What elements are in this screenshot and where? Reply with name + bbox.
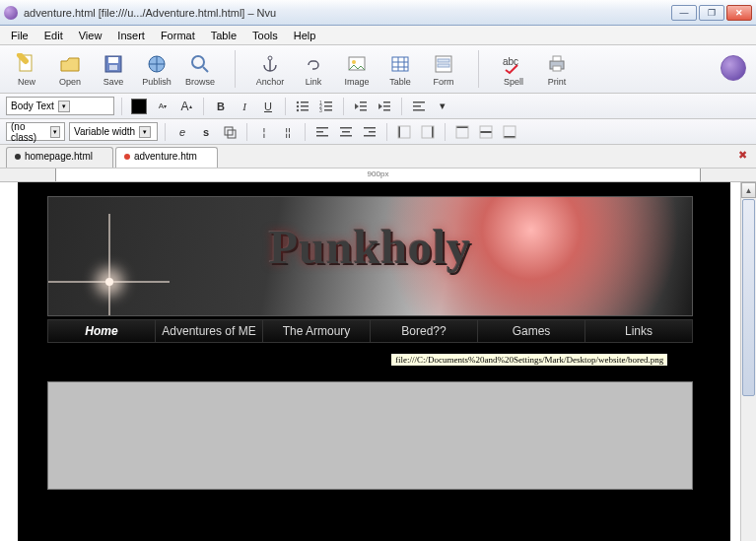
border-middle-button[interactable] xyxy=(476,122,496,142)
editor-canvas[interactable]: Punkholy Home Adventures of ME The Armou… xyxy=(0,182,756,541)
svg-rect-33 xyxy=(383,105,390,107)
number-list-button[interactable]: 123 xyxy=(316,97,336,116)
open-button[interactable]: Open xyxy=(49,52,91,87)
svg-rect-42 xyxy=(316,135,328,137)
svg-rect-44 xyxy=(342,131,350,133)
nav-games[interactable]: Games xyxy=(478,320,585,342)
new-icon xyxy=(15,52,38,76)
menu-tools[interactable]: Tools xyxy=(245,28,285,43)
nav-links[interactable]: Links xyxy=(585,320,692,342)
save-button[interactable]: Save xyxy=(93,52,134,87)
align-left-button[interactable] xyxy=(409,97,429,116)
link-button[interactable]: Link xyxy=(293,52,334,87)
menubar: File Edit View Insert Format Table Tools… xyxy=(0,26,756,45)
browse-icon xyxy=(188,52,212,76)
close-button[interactable]: ✕ xyxy=(726,5,752,21)
format-toolbar-1: Body Text▾ A▾ A▴ B I U 123 ▾ xyxy=(0,94,756,119)
vertical-scrollbar[interactable]: ▲ ▼ xyxy=(740,182,756,541)
border-right-button[interactable] xyxy=(418,122,438,142)
nav-home[interactable]: Home xyxy=(48,320,156,342)
spell-button[interactable]: abcSpell xyxy=(493,52,534,87)
print-button[interactable]: Print xyxy=(536,52,578,87)
anchor-button[interactable]: Anchor xyxy=(249,52,291,87)
doctab-adventure[interactable]: adventure.htm xyxy=(115,147,218,168)
menu-view[interactable]: View xyxy=(72,28,109,43)
page-body[interactable]: Punkholy Home Adventures of ME The Armou… xyxy=(18,182,730,541)
nav-adventures[interactable]: Adventures of ME xyxy=(156,320,263,342)
layer-button[interactable] xyxy=(220,122,240,142)
class-combo[interactable]: (no class)▾ xyxy=(6,122,65,141)
nav-bored[interactable]: Bored?? xyxy=(371,320,478,342)
doctab-homepage[interactable]: homepage.html xyxy=(6,147,113,168)
publish-button[interactable]: Publish xyxy=(136,52,177,87)
menu-insert[interactable]: Insert xyxy=(110,28,152,43)
menu-table[interactable]: Table xyxy=(204,28,243,43)
starburst-icon xyxy=(105,278,113,286)
bold-button[interactable]: B xyxy=(211,97,231,116)
menu-help[interactable]: Help xyxy=(287,28,323,43)
scroll-thumb[interactable] xyxy=(742,199,755,396)
content-placeholder[interactable] xyxy=(47,381,693,490)
ruler: 900px xyxy=(0,169,756,182)
image-button[interactable]: Image xyxy=(336,52,378,87)
format-toolbar-2: (no class)▾ Variable width▾ e s ¦ ¦¦ xyxy=(0,119,756,145)
svg-point-6 xyxy=(268,56,272,60)
link-icon xyxy=(302,52,325,76)
em-button[interactable]: e xyxy=(172,122,192,142)
maximize-button[interactable]: ❐ xyxy=(699,5,724,21)
form-button[interactable]: Form xyxy=(423,52,464,87)
svg-rect-46 xyxy=(364,127,376,129)
align-dropdown[interactable]: ▾ xyxy=(433,97,452,116)
border-left-button[interactable] xyxy=(394,122,414,142)
strong-button[interactable]: s xyxy=(196,122,216,142)
new-button[interactable]: New xyxy=(6,52,47,87)
bullet-list-button[interactable] xyxy=(293,97,312,116)
browse-button[interactable]: Browse xyxy=(179,52,221,87)
svg-rect-40 xyxy=(316,127,328,129)
indent-button[interactable] xyxy=(375,97,394,116)
svg-rect-35 xyxy=(413,101,425,103)
svg-rect-41 xyxy=(316,131,323,133)
italic-button[interactable]: I xyxy=(235,97,254,116)
svg-rect-9 xyxy=(392,57,408,71)
svg-rect-36 xyxy=(413,105,421,107)
para-format-combo[interactable]: Body Text▾ xyxy=(6,97,114,115)
dt-button[interactable]: ¦¦ xyxy=(278,122,298,142)
site-logo-text: Punkholy xyxy=(269,220,471,274)
scroll-up-button[interactable]: ▲ xyxy=(741,182,756,198)
menu-edit[interactable]: Edit xyxy=(37,28,70,43)
svg-rect-55 xyxy=(480,131,492,133)
svg-rect-38 xyxy=(225,127,233,135)
text-color-button[interactable] xyxy=(129,97,149,116)
menu-format[interactable]: Format xyxy=(154,28,202,43)
align-center-button[interactable] xyxy=(336,122,356,142)
window-titlebar: adventure.html [file:///u.../Adventure.h… xyxy=(0,0,756,26)
table-button[interactable]: Table xyxy=(379,52,421,87)
anchor-icon xyxy=(258,52,282,76)
minimize-button[interactable]: — xyxy=(671,5,697,21)
svg-rect-15 xyxy=(553,56,561,61)
dl-button[interactable]: ¦ xyxy=(254,122,274,142)
outdent-button[interactable] xyxy=(351,97,371,116)
svg-text:3: 3 xyxy=(319,107,322,113)
svg-point-8 xyxy=(352,60,356,64)
align-right-button[interactable] xyxy=(360,122,379,142)
close-tab-button[interactable]: ✖ xyxy=(738,149,750,161)
table-icon xyxy=(388,52,412,76)
menu-file[interactable]: File xyxy=(4,28,35,43)
align-left-2-button[interactable] xyxy=(312,122,332,142)
font-smaller-button[interactable]: A▾ xyxy=(153,97,172,116)
border-bottom-button[interactable] xyxy=(500,122,519,142)
svg-rect-12 xyxy=(438,64,449,67)
svg-rect-43 xyxy=(340,127,352,129)
font-larger-button[interactable]: A▴ xyxy=(176,97,196,116)
nav-armoury[interactable]: The Armoury xyxy=(263,320,371,342)
svg-rect-37 xyxy=(413,109,425,111)
svg-rect-22 xyxy=(301,109,309,111)
svg-rect-47 xyxy=(369,131,376,133)
border-top-button[interactable] xyxy=(452,122,472,142)
svg-rect-26 xyxy=(324,105,332,107)
underline-button[interactable]: U xyxy=(258,97,278,116)
font-family-combo[interactable]: Variable width▾ xyxy=(69,122,158,141)
svg-rect-48 xyxy=(364,135,376,137)
